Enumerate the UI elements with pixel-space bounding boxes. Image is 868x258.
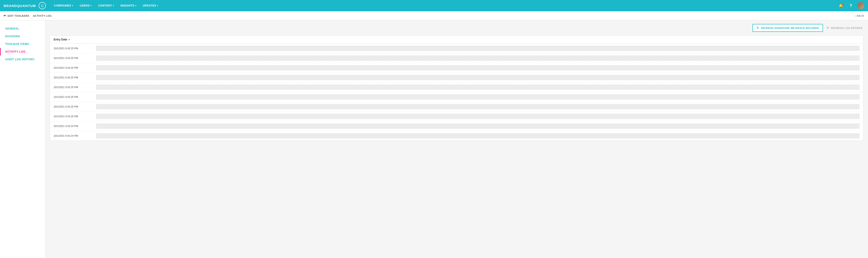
table-row: 10/1/2021 9:42:25 PM xyxy=(50,92,863,102)
refresh-icon: ↻ xyxy=(756,26,759,30)
row-detail-cell xyxy=(96,65,860,70)
breadcrumb-bar: ✏ EDIT TOOLBARS ACTIVITY LOG ‹ BACK xyxy=(0,11,868,20)
chevron-down-icon: ▾ xyxy=(157,4,158,7)
content-area: ↻ REFRESH SIGNATURE METADATA RECORDS ↻ R… xyxy=(45,20,868,258)
table-header: Entry Date ▼ xyxy=(50,36,863,43)
table-row: 10/1/2021 9:42:25 PM xyxy=(50,83,863,92)
brand-logo: Q xyxy=(39,2,46,9)
notification-badge xyxy=(842,3,844,5)
table-row: 10/1/2021 9:42:25 PM xyxy=(50,63,863,73)
row-detail-cell xyxy=(96,55,860,61)
top-navigation: BRANDQUANTUM Q COMPANIES ▾ USERS ▾ CONTE… xyxy=(0,0,868,11)
notifications-button[interactable]: 🔔 xyxy=(837,2,844,9)
nav-items: COMPANIES ▾ USERS ▾ CONTENT ▾ INSIGHTS ▾… xyxy=(51,0,835,11)
sidebar-item-general[interactable]: GENERAL xyxy=(0,25,45,33)
breadcrumb-page: ACTIVITY LOG xyxy=(33,14,52,17)
row-detail-cell xyxy=(96,114,860,119)
sidebar-item-toolbar-items[interactable]: TOOLBAR ITEMS xyxy=(0,40,45,48)
user-avatar[interactable] xyxy=(857,2,864,9)
breadcrumb-toolbar: EDIT TOOLBARS xyxy=(8,14,29,17)
activity-log-table: Entry Date ▼ 10/1/2021 9:42:25 PM 10/1/2… xyxy=(50,35,864,141)
nav-item-companies[interactable]: COMPANIES ▾ xyxy=(51,0,76,11)
brand-name: BRANDQUANTUM xyxy=(4,4,36,8)
nav-item-insights[interactable]: INSIGHTS ▾ xyxy=(118,0,139,11)
help-icon: ? xyxy=(850,3,852,8)
back-button[interactable]: ‹ BACK xyxy=(855,14,864,17)
main-layout: GENERAL DIVISIONS TOOLBAR ITEMS ACTIVITY… xyxy=(0,20,868,258)
row-detail-cell xyxy=(96,133,860,138)
avatar-image xyxy=(857,2,864,9)
row-detail-cell xyxy=(96,75,860,80)
table-container: Entry Date ▼ 10/1/2021 9:42:25 PM 10/1/2… xyxy=(50,35,864,141)
chevron-down-icon: ▾ xyxy=(113,4,114,7)
nav-item-content[interactable]: CONTENT ▾ xyxy=(95,0,117,11)
row-detail-cell xyxy=(96,85,860,90)
table-row: 10/1/2021 9:42:25 PM xyxy=(50,73,863,83)
refresh-log-button[interactable]: ↻ REFRESH LOG ENTRIES xyxy=(826,24,864,31)
table-row: 10/1/2021 9:42:25 PM xyxy=(50,102,863,111)
sidebar: GENERAL DIVISIONS TOOLBAR ITEMS ACTIVITY… xyxy=(0,20,45,258)
action-row: ↻ REFRESH SIGNATURE METADATA RECORDS ↻ R… xyxy=(50,24,864,32)
nav-item-users[interactable]: USERS ▾ xyxy=(77,0,94,11)
table-row: 10/1/2021 9:42:25 PM xyxy=(50,53,863,63)
row-detail-cell xyxy=(96,123,860,129)
sort-arrow-icon: ▼ xyxy=(68,38,70,41)
table-row: 10/1/2021 9:42:25 PM xyxy=(50,111,863,121)
table-row: 10/1/2021 9:42:25 PM xyxy=(50,43,863,53)
sidebar-item-activity-log[interactable]: ACTIVITY LOG xyxy=(0,48,45,56)
row-detail-cell xyxy=(96,104,860,109)
help-button[interactable]: ? xyxy=(847,2,855,9)
row-detail-cell xyxy=(96,45,860,51)
row-detail-cell xyxy=(96,94,860,100)
chevron-down-icon: ▾ xyxy=(72,4,73,7)
refresh-signature-button[interactable]: ↻ REFRESH SIGNATURE METADATA RECORDS xyxy=(752,24,823,32)
chevron-left-icon: ‹ xyxy=(855,14,856,17)
column-entry-date[interactable]: Entry Date ▼ xyxy=(54,38,70,41)
table-row: 10/1/2021 9:42:24 PM xyxy=(50,121,863,131)
sidebar-item-audit-log-history[interactable]: AUDIT LOG HISTORY xyxy=(0,56,45,63)
toolbar-icon: ✏ xyxy=(4,14,6,18)
sidebar-item-divisions[interactable]: DIVISIONS xyxy=(0,33,45,40)
chevron-down-icon: ▾ xyxy=(135,4,136,7)
refresh-icon: ↻ xyxy=(827,26,829,30)
nav-item-updates[interactable]: UPDATES ▾ xyxy=(140,0,161,11)
nav-right-icons: 🔔 ? xyxy=(837,2,864,9)
table-row: 10/1/2021 9:42:24 PM xyxy=(50,131,863,140)
chevron-down-icon: ▾ xyxy=(90,4,92,7)
